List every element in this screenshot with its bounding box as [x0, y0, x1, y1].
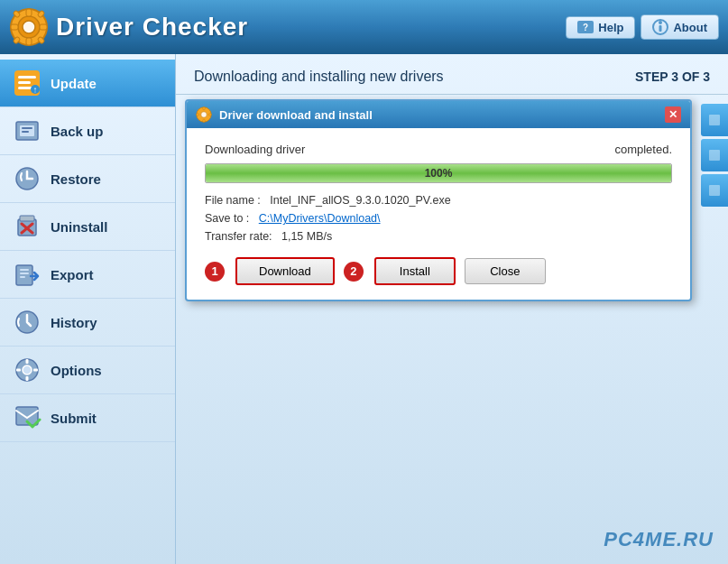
svg-point-47 [201, 112, 207, 118]
svg-point-14 [659, 21, 662, 24]
svg-rect-50 [197, 114, 199, 116]
restore-icon [13, 164, 41, 193]
dialog-logo-icon [196, 106, 212, 123]
sidebar: ↑ Update Back up Restore [0, 54, 176, 564]
svg-rect-18 [18, 81, 31, 84]
file-name-label: File name : [205, 194, 261, 207]
svg-rect-25 [22, 131, 29, 133]
right-btn-icon-3 [708, 184, 721, 197]
svg-rect-51 [208, 114, 211, 116]
status-label: Downloading driver [205, 143, 305, 156]
svg-rect-4 [11, 24, 18, 30]
svg-rect-24 [22, 127, 32, 129]
dialog-body: Downloading driver completed. 100% File … [187, 128, 690, 300]
sidebar-item-restore[interactable]: Restore [0, 155, 175, 203]
svg-rect-38 [26, 359, 29, 364]
logo-icon [9, 7, 49, 47]
sidebar-item-options[interactable]: Options [0, 347, 175, 394]
svg-rect-19 [18, 87, 32, 89]
transfer-rate-row: Transfer rate: 1,15 MB/s [205, 230, 672, 243]
progress-label: 100% [206, 164, 671, 182]
svg-rect-44 [709, 150, 720, 161]
dialog-title-left: Driver download and install [196, 106, 373, 123]
svg-rect-30 [20, 216, 34, 221]
uninstall-label: Uninstall [51, 219, 107, 235]
export-label: Export [51, 267, 94, 282]
download-button[interactable]: Download [235, 257, 335, 285]
right-btn-icon-1 [708, 114, 721, 126]
sidebar-item-backup[interactable]: Back up [0, 107, 175, 155]
badge-1: 1 [205, 262, 225, 282]
right-buttons [701, 104, 728, 207]
right-btn-2[interactable] [701, 139, 728, 171]
save-to-row: Save to : C:\MyDrivers\Download\ [205, 212, 672, 225]
uninstall-icon [13, 212, 41, 241]
svg-rect-17 [18, 76, 36, 79]
svg-rect-41 [33, 369, 38, 372]
sidebar-item-submit[interactable]: Submit [0, 394, 175, 442]
logo: Driver Checker [9, 7, 248, 47]
sidebar-item-export[interactable]: Export [0, 251, 175, 299]
status-value: completed. [614, 143, 672, 156]
svg-rect-39 [26, 376, 29, 381]
help-icon: ? [577, 21, 594, 33]
about-icon [652, 19, 668, 35]
install-button[interactable]: Install [374, 257, 456, 285]
svg-rect-2 [26, 9, 32, 16]
svg-point-10 [23, 21, 35, 33]
driver-dialog: Driver download and install ✕ Downloadin… [185, 99, 692, 301]
submit-label: Submit [51, 411, 97, 426]
svg-rect-33 [20, 273, 29, 274]
svg-text:↑: ↑ [33, 85, 38, 95]
badge-2: 2 [344, 262, 364, 282]
step-label: STEP 3 OF 3 [635, 69, 710, 84]
backup-label: Back up [51, 124, 103, 139]
content-header: Downloading and installing new drivers S… [176, 54, 728, 95]
progress-bar: 100% [205, 163, 672, 183]
svg-rect-15 [659, 25, 662, 32]
svg-point-37 [23, 365, 32, 374]
main-layout: ↑ Update Back up Restore [0, 54, 728, 564]
watermark: PC4ME.RU [604, 528, 714, 551]
svg-rect-40 [16, 369, 21, 372]
submit-icon [13, 403, 41, 432]
right-btn-3[interactable] [701, 174, 728, 207]
dialog-title-text: Driver download and install [219, 108, 373, 122]
content-title: Downloading and installing new drivers [194, 69, 444, 85]
file-name-row: File name : Intel_INF_allOS_9.3.0.1020_P… [205, 194, 672, 207]
svg-text:?: ? [583, 23, 588, 32]
svg-rect-3 [26, 38, 32, 45]
sidebar-item-history[interactable]: History [0, 299, 175, 347]
svg-rect-48 [203, 107, 205, 110]
content-area: Downloading and installing new drivers S… [176, 54, 728, 564]
save-to-value: C:\MyDrivers\Download\ [259, 212, 381, 225]
app-title: Driver Checker [56, 13, 248, 42]
backup-icon [13, 116, 41, 145]
header-buttons: ? Help About [566, 14, 719, 40]
sidebar-item-update[interactable]: ↑ Update [0, 60, 175, 107]
download-status-row: Downloading driver completed. [205, 143, 672, 156]
options-label: Options [51, 363, 102, 378]
update-icon: ↑ [13, 69, 41, 97]
svg-rect-32 [20, 269, 29, 271]
update-label: Update [51, 76, 97, 91]
transfer-rate-value: 1,15 MB/s [281, 230, 332, 243]
right-btn-1[interactable] [701, 104, 728, 136]
right-btn-icon-2 [708, 149, 721, 162]
svg-rect-45 [709, 185, 720, 196]
export-icon [13, 260, 41, 289]
close-button[interactable]: Close [465, 258, 546, 284]
sidebar-item-uninstall[interactable]: Uninstall [0, 203, 175, 251]
svg-rect-49 [203, 119, 205, 122]
about-button[interactable]: About [640, 14, 719, 40]
svg-rect-43 [709, 115, 720, 125]
app-header: Driver Checker ? Help About [0, 0, 728, 54]
history-label: History [51, 315, 97, 330]
options-icon [13, 356, 41, 384]
help-button[interactable]: ? Help [566, 16, 635, 39]
svg-rect-34 [20, 276, 25, 278]
dialog-close-button[interactable]: ✕ [665, 106, 681, 123]
history-icon [13, 308, 41, 337]
file-name-value: Intel_INF_allOS_9.3.0.1020_PV.exe [270, 194, 450, 207]
dialog-titlebar: Driver download and install ✕ [187, 101, 690, 128]
